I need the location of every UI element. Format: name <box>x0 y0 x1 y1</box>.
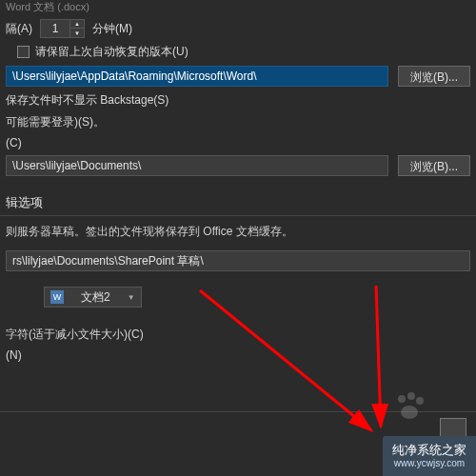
keep-autorecover-label: 请保留上次自动恢复的版本(U) <box>35 44 188 60</box>
interval-value: 1 <box>41 22 69 35</box>
sharepoint-path-input[interactable] <box>6 250 470 271</box>
server-drafts-text: 则服务器草稿。签出的文件现将保存到 Office 文档缓存。 <box>0 216 476 248</box>
dropdown-label: 文档2 <box>81 289 110 306</box>
edit-options-header: 辑选项 <box>0 190 476 216</box>
svg-point-3 <box>407 392 415 400</box>
spinner-up[interactable]: ▲ <box>70 20 84 29</box>
browse-button-2[interactable]: 浏览(B)... <box>398 155 470 176</box>
site-watermark: 纯净系统之家 www.ycwjsy.com <box>383 436 476 476</box>
keep-autorecover-checkbox[interactable] <box>17 46 30 58</box>
need-login-label: 可能需要登录)(S)。 <box>6 114 105 130</box>
watermark-url: www.ycwjsy.com <box>394 458 465 469</box>
location-c-label: (C) <box>6 136 22 149</box>
spinner-down[interactable]: ▼ <box>70 29 84 37</box>
truncated-format-label: Word 文档 (.docx) <box>0 0 476 16</box>
autorecover-path-input[interactable] <box>6 66 388 87</box>
interval-spinner[interactable]: 1 ▲ ▼ <box>40 19 85 38</box>
document-dropdown[interactable]: W 文档2 ▼ <box>44 287 142 307</box>
default-path-input[interactable] <box>6 155 388 176</box>
interval-label-right: 分钟(M) <box>92 21 132 37</box>
word-doc-icon: W <box>50 290 64 304</box>
browse-button-1[interactable]: 浏览(B)... <box>398 66 470 87</box>
svg-point-2 <box>398 395 406 403</box>
option-n-label: (N) <box>6 348 22 362</box>
chevron-down-icon: ▼ <box>128 293 135 302</box>
watermark-title: 纯净系统之家 <box>392 443 466 458</box>
no-backstage-label: 保存文件时不显示 Backstage(S) <box>6 92 169 109</box>
reduce-size-label: 字符(适于减小文件大小)(C) <box>6 327 144 343</box>
interval-label-left: 隔(A) <box>6 21 32 37</box>
svg-point-4 <box>416 397 424 405</box>
